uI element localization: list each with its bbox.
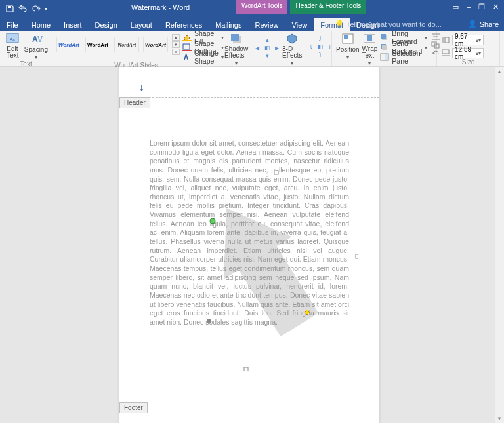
group-arrange: Position ▾ Wrap Text ▾ Bring Forward▾ Se… — [332, 31, 437, 66]
svg-rect-17 — [381, 34, 386, 39]
maximize-icon[interactable]: ❐ — [478, 3, 485, 11]
wrap-text-button[interactable]: Wrap Text ▾ — [362, 33, 378, 66]
wordart-style-1[interactable]: WordArt — [56, 37, 81, 52]
group-shadow-effects: Shadow Effects ▾ ▲ ◀ ◧ ▶ ▼ Shadow Effect… — [220, 31, 278, 66]
change-shape-button[interactable]: A Change Shape ▾ — [182, 52, 224, 62]
svg-text:V: V — [37, 35, 43, 44]
minimize-icon[interactable]: – — [467, 3, 471, 11]
svg-rect-5 — [182, 40, 192, 41]
svg-rect-19 — [382, 45, 387, 50]
svg-text:Aa: Aa — [10, 37, 16, 41]
quick-access-toolbar: ▾ — [0, 4, 52, 13]
wordart-tools-context: WordArt Tools — [236, 0, 287, 14]
footer-label: Footer — [119, 402, 148, 413]
scroll-up-icon[interactable]: ▲ — [495, 67, 504, 76]
body-text: Lorem ipsum dolor sit amet, consectetuer… — [150, 139, 349, 327]
gallery-more-icon[interactable]: ≡ — [172, 49, 180, 55]
lightbulb-icon: 💡 — [335, 20, 344, 28]
selection-pane-button[interactable]: Selection Pane — [380, 52, 427, 62]
svg-rect-6 — [183, 44, 190, 49]
ribbon-tabs: File Home Insert Design Layout Reference… — [0, 17, 504, 31]
wordart-style-4[interactable]: WordArt — [143, 37, 168, 52]
group-wordart-styles: WordArt WordArt WordArt WordArt ▴ ▾ ≡ Sh… — [52, 31, 220, 66]
svg-rect-28 — [445, 37, 449, 43]
titlebar: ▾ Watermark - Word WordArt Tools Header … — [0, 0, 504, 17]
width-icon — [441, 49, 450, 57]
pencil-outline-icon — [182, 43, 192, 51]
svg-rect-13 — [367, 35, 372, 41]
tab-layout[interactable]: Layout — [124, 18, 159, 31]
height-input[interactable]: 9,67 cm▴▾ — [452, 35, 484, 45]
wordart-gallery[interactable]: WordArt WordArt WordArt WordArt ▴ ▾ ≡ — [56, 33, 180, 54]
svg-text:A: A — [184, 54, 188, 61]
gallery-up-icon[interactable]: ▴ — [172, 34, 180, 41]
edit-text-button[interactable]: Aa Edit Text — [4, 33, 22, 59]
ribbon: Aa Edit Text AV Spacing ▾ Text WordArt W… — [0, 31, 504, 67]
contextual-tabs: WordArt Tools Header & Footer Tools — [236, 0, 366, 14]
redo-icon[interactable] — [32, 4, 41, 13]
tab-review[interactable]: Review — [249, 18, 285, 31]
chevron-down-icon: ▾ — [35, 54, 37, 60]
anchor-icon: ⤓ — [138, 83, 146, 93]
group-3d-effects: 3-D Effects ▾ ⤴ ⤹ ◧ ⤸ ⤵ 3-D Effects — [278, 31, 332, 66]
bring-forward-icon — [380, 33, 389, 41]
save-icon[interactable] — [5, 4, 14, 13]
document-area: ⤓ Header Lorem ipsum dolor sit amet, con… — [0, 67, 504, 423]
svg-rect-12 — [344, 35, 348, 39]
group-size: 9,67 cm▴▾ 12,89 cm▴▾ Size — [437, 31, 500, 66]
send-backward-icon — [380, 43, 389, 51]
svg-rect-21 — [385, 54, 388, 60]
shadow-effects-button[interactable]: Shadow Effects ▾ — [224, 33, 248, 66]
change-shape-icon: A — [182, 53, 192, 61]
footer-boundary — [119, 403, 379, 403]
share-button[interactable]: 👤 Share — [468, 20, 499, 28]
window-controls: ▭ – ❐ ✕ — [452, 3, 499, 11]
svg-rect-30 — [442, 50, 449, 54]
svg-rect-10 — [231, 34, 239, 41]
paint-bucket-icon — [182, 33, 192, 41]
undo-icon[interactable] — [18, 4, 28, 13]
scroll-down-icon[interactable]: ▼ — [495, 414, 504, 423]
tab-design[interactable]: Design — [89, 18, 124, 31]
chevron-down-icon: ▾ — [235, 60, 238, 66]
group-text: Aa Edit Text AV Spacing ▾ Text — [0, 31, 52, 66]
vertical-scrollbar[interactable]: ▲ ▼ — [495, 67, 504, 423]
header-boundary — [119, 97, 379, 98]
chevron-down-icon: ▾ — [368, 60, 371, 66]
chevron-down-icon: ▾ — [291, 60, 293, 66]
tab-insert[interactable]: Insert — [57, 18, 89, 31]
width-input[interactable]: 12,89 cm▴▾ — [452, 48, 484, 58]
wordart-style-3[interactable]: WordArt — [114, 37, 139, 52]
header-label: Header — [119, 97, 150, 108]
spacing-button[interactable]: AV Spacing ▾ — [24, 33, 48, 60]
tell-me-search[interactable]: 💡 Tell me what you want to do... — [335, 20, 442, 28]
chevron-down-icon: ▾ — [346, 54, 349, 60]
header-footer-tools-context: Header & Footer Tools — [290, 0, 366, 14]
qat-dropdown-icon[interactable]: ▾ — [45, 6, 47, 12]
height-icon — [441, 36, 450, 44]
tab-view[interactable]: View — [285, 18, 314, 31]
svg-rect-7 — [182, 50, 192, 51]
close-icon[interactable]: ✕ — [493, 3, 499, 11]
svg-rect-0 — [8, 6, 11, 8]
tab-home[interactable]: Home — [25, 18, 57, 31]
position-button[interactable]: Position ▾ — [336, 33, 360, 60]
tab-file[interactable]: File — [0, 18, 25, 31]
selection-pane-icon — [380, 53, 389, 61]
wordart-style-2[interactable]: WordArt — [85, 37, 110, 52]
window-title: Watermark - Word — [131, 3, 190, 11]
gallery-down-icon[interactable]: ▾ — [172, 41, 180, 48]
share-icon: 👤 — [468, 20, 477, 28]
3d-effects-button[interactable]: 3-D Effects ▾ — [282, 33, 302, 66]
ribbon-display-options-icon[interactable]: ▭ — [452, 3, 459, 11]
